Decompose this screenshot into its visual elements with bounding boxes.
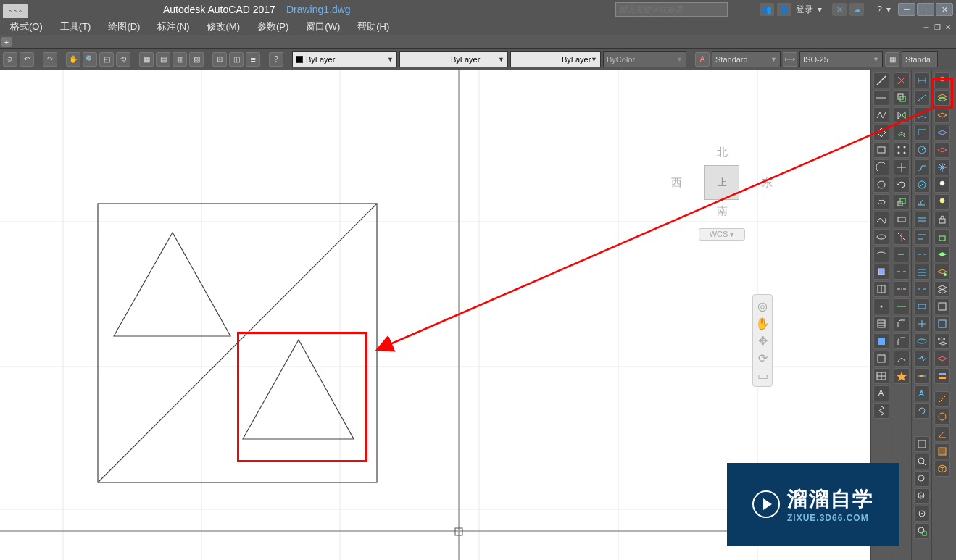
layer-vpfrz-icon[interactable]	[934, 316, 950, 332]
layer-unlock-icon[interactable]	[934, 229, 950, 245]
erase-tool-icon[interactable]	[894, 72, 910, 88]
array-tool-icon[interactable]	[894, 142, 910, 158]
layer-on-icon[interactable]	[934, 194, 950, 210]
tablestyle-icon[interactable]: ▦	[885, 52, 899, 67]
workspace-icon[interactable]: ⛭	[3, 52, 17, 67]
viewcube-south[interactable]: 南	[671, 204, 773, 218]
dim-edit-icon[interactable]	[914, 368, 930, 384]
trim-tool-icon[interactable]	[894, 229, 910, 245]
layer-manager-icon[interactable]	[934, 72, 950, 88]
point-tool-icon[interactable]	[873, 298, 889, 314]
layer-unisolate-icon[interactable]	[934, 142, 950, 158]
menu-parametric[interactable]: 参数(P)	[257, 20, 288, 33]
dim-update-icon[interactable]	[914, 403, 930, 419]
exchange-icon[interactable]: ✕	[832, 3, 847, 16]
copy-tool-icon[interactable]	[894, 90, 910, 106]
layer-iso-icon[interactable]: ▥	[173, 52, 187, 67]
measure-area-icon[interactable]	[934, 443, 950, 459]
mtext-tool-icon[interactable]: A	[873, 385, 889, 401]
nav-orbit-icon[interactable]: ⟳	[755, 350, 770, 366]
radius-dim-icon[interactable]	[914, 142, 930, 158]
ellipse-arc-icon[interactable]	[873, 246, 889, 262]
zoom-window-icon[interactable]: ◰	[99, 52, 114, 67]
plotstyle-dropdown[interactable]: ByColor ▼	[603, 51, 686, 67]
polyline-tool-icon[interactable]	[873, 107, 889, 123]
layer-states-icon[interactable]: ▤	[156, 52, 170, 67]
scale-tool-icon[interactable]	[894, 194, 910, 210]
make-block-icon[interactable]	[873, 281, 889, 297]
minimize-button[interactable]: ─	[898, 3, 915, 16]
pan-icon[interactable]: ✋	[66, 52, 80, 67]
gradient-tool-icon[interactable]	[873, 333, 889, 349]
join-tool-icon[interactable]	[894, 298, 910, 314]
textstyle-dropdown[interactable]: Standard ▼	[712, 51, 781, 67]
new-tab-button[interactable]: +	[1, 37, 12, 47]
viewcube-west[interactable]: 西	[671, 176, 682, 190]
stretch-tool-icon[interactable]	[894, 212, 910, 227]
layer-copy-icon[interactable]	[934, 281, 950, 297]
region-tool-icon[interactable]	[873, 351, 889, 367]
layer-dropdown[interactable]: ByLayer ▼	[292, 51, 397, 67]
menu-window[interactable]: 窗口(W)	[306, 20, 340, 33]
layer-previous-icon[interactable]	[934, 107, 950, 123]
lineweight-dropdown[interactable]: ByLayer ▼	[510, 51, 601, 67]
rotate-tool-icon[interactable]	[894, 177, 910, 193]
zoom-previous-icon[interactable]: ⟲	[116, 52, 130, 67]
ordinate-dim-icon[interactable]	[914, 125, 930, 141]
mirror-tool-icon[interactable]	[894, 107, 910, 123]
zoom-realtime-icon[interactable]: 🔍	[83, 52, 97, 67]
doc-minimize-button[interactable]: ─	[921, 22, 931, 32]
layer-freeze-icon[interactable]: ▧	[189, 52, 204, 67]
rectangle-tool-icon[interactable]	[873, 142, 889, 158]
break-tool-icon[interactable]	[894, 281, 910, 297]
quick-access-tab[interactable]: ◦ ◦ ◦	[3, 4, 28, 18]
help-tool-icon[interactable]: ?	[269, 52, 283, 67]
menu-format[interactable]: 格式(O)	[10, 20, 43, 33]
viewcube-top-face[interactable]: 上	[704, 165, 739, 200]
linear-dim-icon[interactable]	[914, 72, 930, 88]
nav-pan-icon[interactable]: ✋	[755, 315, 770, 331]
dim-space-icon[interactable]	[914, 264, 930, 280]
quick-dim-icon[interactable]	[914, 212, 930, 227]
blend-tool-icon[interactable]	[894, 351, 910, 367]
nav-showmotion-icon[interactable]: ▭	[755, 367, 770, 383]
textstyle-icon[interactable]: A	[695, 52, 710, 67]
layer-current-icon[interactable]	[934, 246, 950, 262]
layer-freeze2-icon[interactable]	[934, 159, 950, 175]
layer-state-icon[interactable]	[934, 368, 950, 384]
helix-tool-icon[interactable]	[873, 403, 889, 419]
spline-tool-icon[interactable]	[873, 212, 889, 227]
dimstyle-icon[interactable]: ⟼	[783, 52, 797, 67]
nav-zoom-icon[interactable]: ✥	[755, 333, 770, 348]
zoom-window2-icon[interactable]	[914, 454, 930, 469]
help-icon[interactable]: ?	[877, 4, 882, 14]
insert-block-icon[interactable]	[873, 264, 889, 280]
zoom-extents-icon[interactable]	[914, 436, 930, 452]
viewcube-north[interactable]: 北	[671, 146, 773, 159]
login-dropdown-icon[interactable]: ▾	[818, 4, 822, 14]
dimstyle-dropdown[interactable]: ISO-25 ▼	[799, 51, 883, 67]
layer-mcur-icon[interactable]	[934, 264, 950, 280]
view-cube[interactable]: 北 西 上 东 南 WCS ▾	[671, 146, 773, 283]
revcloud-tool-icon[interactable]	[873, 194, 889, 210]
measure-volume-icon[interactable]	[934, 461, 950, 477]
close-button[interactable]: ✕	[936, 3, 953, 16]
break-at-point-icon[interactable]	[894, 264, 910, 280]
linetype-dropdown[interactable]: ByLayer ▼	[399, 51, 508, 67]
zoom-dynamic-icon[interactable]	[914, 471, 930, 487]
layer-off-icon[interactable]	[934, 177, 950, 193]
menu-tools[interactable]: 工具(T)	[60, 20, 91, 33]
a360-icon[interactable]: ☁	[849, 3, 864, 16]
diameter-dim-icon[interactable]	[914, 177, 930, 193]
zoom-center-icon[interactable]	[914, 506, 930, 522]
polygon-tool-icon[interactable]	[873, 125, 889, 141]
zoom-scale-icon[interactable]: %	[914, 488, 930, 504]
measure-radius-icon[interactable]	[934, 409, 950, 425]
search-input[interactable]	[615, 2, 728, 17]
line-tool-icon[interactable]	[873, 72, 889, 88]
layer-walk-icon[interactable]	[934, 298, 950, 314]
extend-tool-icon[interactable]	[894, 246, 910, 262]
layer-lock-icon[interactable]	[934, 212, 950, 227]
dim-break-icon[interactable]	[914, 281, 930, 297]
viewcube-east[interactable]: 东	[762, 176, 773, 190]
